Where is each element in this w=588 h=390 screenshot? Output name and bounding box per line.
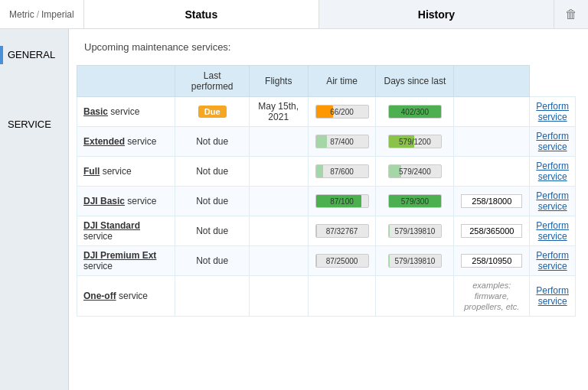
perform-service-link[interactable]: Perform service bbox=[536, 190, 569, 212]
airtime-cell: 579/2400 bbox=[376, 157, 454, 187]
col-header-airtime: Air time bbox=[308, 66, 376, 97]
airtime-progress-text: 579/2400 bbox=[389, 165, 441, 177]
airtime-progress-bar: 579/139810 bbox=[388, 254, 442, 268]
service-status-cell bbox=[175, 276, 249, 317]
service-name-cell: Basic service bbox=[77, 97, 175, 127]
airtime-cell: 579/139810 bbox=[376, 246, 454, 276]
service-name-link[interactable]: DJI Standard bbox=[83, 220, 140, 231]
service-name-link[interactable]: Extended bbox=[83, 136, 125, 147]
flights-cell: 87/600 bbox=[308, 157, 376, 187]
action-cell: Perform service bbox=[530, 187, 576, 216]
service-type-label: service bbox=[83, 231, 113, 242]
last-performed-cell bbox=[249, 187, 308, 216]
sidebar: GENERAL SERVICE bbox=[0, 29, 69, 390]
days-since-cell: examples: firmware, propellers, etc. bbox=[454, 276, 530, 317]
separator: / bbox=[37, 9, 39, 20]
example-text: examples: firmware, propellers, etc. bbox=[464, 281, 519, 311]
airtime-cell: 579/139810 bbox=[376, 216, 454, 246]
action-cell: Perform service bbox=[530, 246, 576, 276]
service-name-cell: DJI Standard service bbox=[77, 216, 175, 246]
flights-progress-text: 87/32767 bbox=[316, 225, 368, 237]
table-header-row: Last performed Flights Air time Days sin… bbox=[77, 66, 576, 97]
action-cell: Perform service bbox=[530, 157, 576, 187]
airtime-progress-bar: 579/1200 bbox=[388, 135, 442, 148]
days-since-cell bbox=[454, 216, 530, 246]
flights-progress-text: 87/25000 bbox=[316, 255, 368, 267]
days-since-cell bbox=[454, 246, 530, 276]
perform-service-link[interactable]: Perform service bbox=[536, 101, 569, 122]
last-performed-cell bbox=[249, 216, 308, 246]
metric-label[interactable]: Metric bbox=[9, 9, 34, 20]
days-since-input[interactable] bbox=[461, 224, 522, 238]
delete-button[interactable]: 🗑 bbox=[554, 0, 588, 28]
days-since-input[interactable] bbox=[461, 254, 522, 268]
perform-service-link[interactable]: Perform service bbox=[536, 220, 569, 242]
flights-progress-text: 87/400 bbox=[316, 135, 368, 148]
flights-progress-bar: 87/400 bbox=[315, 135, 369, 148]
table-row: DJI Basic serviceNot due87/100579/300Per… bbox=[77, 187, 576, 216]
history-tab[interactable]: History bbox=[319, 0, 554, 28]
perform-service-link[interactable]: Perform service bbox=[536, 131, 569, 152]
action-cell: Perform service bbox=[530, 276, 576, 317]
days-since-input[interactable] bbox=[461, 194, 522, 208]
top-navigation: Metric / Imperial Status History 🗑 bbox=[0, 0, 588, 29]
service-name-link[interactable]: One-off bbox=[83, 291, 116, 301]
flights-cell bbox=[308, 276, 376, 317]
table-row: Full serviceNot due87/600579/2400Perform… bbox=[77, 157, 576, 187]
table-row: DJI Standard serviceNot due87/32767579/1… bbox=[77, 216, 576, 246]
last-performed-cell bbox=[249, 246, 308, 276]
airtime-progress-text: 402/300 bbox=[389, 106, 441, 118]
airtime-cell: 579/300 bbox=[376, 187, 454, 216]
flights-progress-bar: 87/25000 bbox=[315, 254, 369, 268]
sidebar-indicator bbox=[0, 46, 3, 64]
sidebar-item-service[interactable]: SERVICE bbox=[0, 112, 68, 136]
service-status-cell: Due bbox=[175, 97, 249, 127]
service-type-label: service bbox=[108, 106, 139, 117]
table-row: One-off serviceexamples: firmware, prope… bbox=[77, 276, 576, 317]
flights-progress-bar: 66/200 bbox=[315, 105, 369, 119]
status-tab[interactable]: Status bbox=[84, 0, 319, 28]
airtime-progress-text: 579/139810 bbox=[389, 225, 441, 237]
sidebar-service-label: SERVICE bbox=[8, 119, 51, 130]
last-performed-cell bbox=[249, 276, 308, 317]
flights-progress-bar: 87/100 bbox=[315, 194, 369, 208]
delete-icon: 🗑 bbox=[565, 8, 577, 21]
perform-service-link[interactable]: Perform service bbox=[536, 250, 569, 271]
table-row: Basic serviceDueMay 15th, 202166/200402/… bbox=[77, 97, 576, 127]
last-performed-cell bbox=[249, 157, 308, 187]
flights-progress-text: 87/100 bbox=[316, 195, 368, 207]
service-name-link[interactable]: Basic bbox=[83, 106, 108, 117]
col-header-name bbox=[77, 66, 175, 97]
flights-progress-bar: 87/32767 bbox=[315, 224, 369, 238]
days-since-cell bbox=[454, 97, 530, 127]
table-row: DJI Premium Ext serviceNot due87/2500057… bbox=[77, 246, 576, 276]
service-type-label: service bbox=[116, 291, 148, 301]
service-type-label: service bbox=[100, 166, 131, 177]
flights-cell: 87/100 bbox=[308, 187, 376, 216]
perform-service-link[interactable]: Perform service bbox=[536, 285, 569, 307]
last-performed-cell: May 15th, 2021 bbox=[249, 97, 308, 127]
service-type-label: service bbox=[83, 261, 113, 271]
last-performed-cell bbox=[249, 127, 308, 157]
service-name-cell: One-off service bbox=[77, 276, 175, 317]
action-cell: Perform service bbox=[530, 97, 576, 127]
imperial-label[interactable]: Imperial bbox=[41, 9, 74, 20]
table-row: Extended serviceNot due87/400579/1200Per… bbox=[77, 127, 576, 157]
service-name-link[interactable]: DJI Basic bbox=[83, 196, 125, 206]
perform-service-link[interactable]: Perform service bbox=[536, 161, 569, 182]
service-name-link[interactable]: DJI Premium Ext bbox=[83, 250, 156, 261]
flights-cell: 87/25000 bbox=[308, 246, 376, 276]
action-cell: Perform service bbox=[530, 216, 576, 246]
days-since-cell bbox=[454, 127, 530, 157]
airtime-cell: 402/300 bbox=[376, 97, 454, 127]
flights-progress-text: 87/600 bbox=[316, 165, 368, 177]
airtime-progress-text: 579/139810 bbox=[389, 255, 441, 267]
sidebar-item-general[interactable]: GENERAL bbox=[0, 43, 68, 67]
status-not-due: Not due bbox=[175, 157, 249, 187]
airtime-progress-bar: 579/300 bbox=[388, 194, 442, 208]
service-name-link[interactable]: Full bbox=[83, 166, 100, 177]
flights-cell: 87/400 bbox=[308, 127, 376, 157]
col-header-action bbox=[454, 66, 530, 97]
metric-imperial-toggle[interactable]: Metric / Imperial bbox=[0, 0, 84, 28]
days-since-cell bbox=[454, 187, 530, 216]
